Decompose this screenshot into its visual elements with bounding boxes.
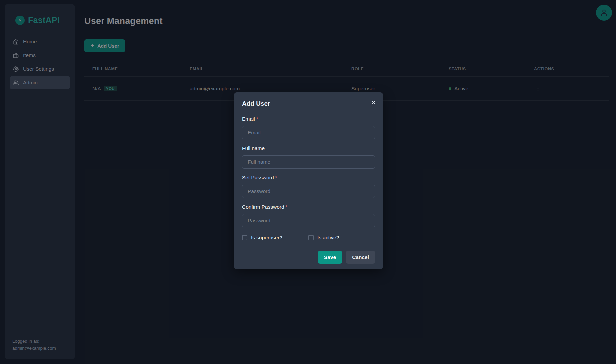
field-label-text: Email <box>242 116 255 122</box>
required-asterisk: * <box>286 204 288 210</box>
full-name-field[interactable] <box>242 155 375 169</box>
is-active-checkbox[interactable]: Is active? <box>308 235 375 241</box>
field-label-text: Confirm Password <box>242 204 284 210</box>
checkbox-label: Is active? <box>317 235 339 241</box>
email-field[interactable] <box>242 126 375 139</box>
field-label-text: Set Password <box>242 175 274 180</box>
checkbox-icon <box>308 235 314 240</box>
modal-header: Add User <box>234 92 383 109</box>
full-name-field-group: Full name <box>242 145 375 169</box>
checkbox-icon <box>242 235 247 240</box>
required-asterisk: * <box>275 175 277 180</box>
close-icon <box>371 100 376 105</box>
set-password-field[interactable] <box>242 185 375 198</box>
checkbox-label: Is superuser? <box>251 235 282 241</box>
field-label-text: Full name <box>242 145 265 151</box>
confirm-password-field-label: Confirm Password* <box>242 204 375 210</box>
email-field-group: Email* <box>242 116 375 139</box>
is-superuser-checkbox[interactable]: Is superuser? <box>242 235 308 241</box>
set-password-field-label: Set Password* <box>242 175 375 181</box>
set-password-field-group: Set Password* <box>242 175 375 198</box>
cancel-button[interactable]: Cancel <box>346 251 375 264</box>
add-user-modal: Add User Email* Full name Set Password* <box>234 92 383 269</box>
full-name-field-label: Full name <box>242 145 375 151</box>
modal-close-button[interactable] <box>368 97 378 107</box>
email-field-label: Email* <box>242 116 375 122</box>
required-asterisk: * <box>256 116 258 122</box>
modal-footer: Save Cancel <box>234 241 383 264</box>
confirm-password-field-group: Confirm Password* <box>242 204 375 227</box>
confirm-password-field[interactable] <box>242 214 375 227</box>
save-button[interactable]: Save <box>318 251 342 264</box>
modal-body: Email* Full name Set Password* Confirm P… <box>234 109 383 241</box>
checkbox-row: Is superuser? Is active? <box>242 235 375 241</box>
modal-title: Add User <box>242 100 375 107</box>
